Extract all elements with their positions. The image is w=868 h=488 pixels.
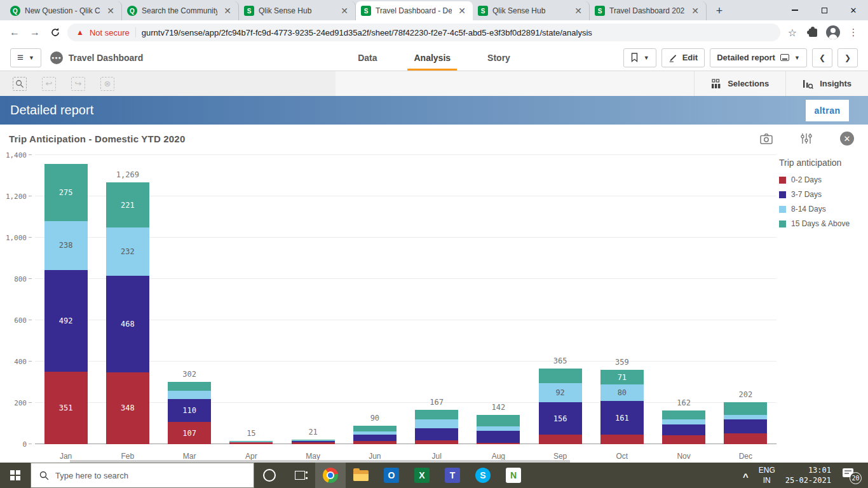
forward-button[interactable]: → [27, 24, 43, 41]
taskbar-teams[interactable] [437, 463, 468, 488]
tab-analysis[interactable]: Analysis [414, 44, 451, 71]
bar-segment[interactable]: 468 [106, 276, 149, 372]
smart-search-button[interactable] [13, 77, 27, 91]
taskbar-search[interactable]: Type here to search [31, 463, 254, 488]
bar-segment[interactable] [415, 440, 458, 445]
bookmarks-button[interactable]: ▼ [623, 48, 656, 67]
tab-story[interactable]: Story [487, 44, 510, 71]
tab-data[interactable]: Data [358, 44, 377, 71]
bar-segment[interactable] [477, 443, 520, 444]
show-hidden-icons-button[interactable]: ^ [743, 471, 749, 482]
bar-segment[interactable]: 71 [600, 370, 644, 384]
bar-segment[interactable] [477, 431, 520, 443]
bar-segment[interactable] [353, 431, 397, 435]
bar-segment[interactable]: 80 [600, 384, 644, 401]
language-indicator[interactable]: ENG IN [759, 465, 775, 485]
tab-close-icon[interactable]: ✕ [105, 6, 116, 16]
bar-segment[interactable] [724, 402, 767, 415]
bar-segment[interactable]: 351 [44, 372, 88, 444]
bar-segment[interactable] [662, 410, 705, 419]
bar-stack[interactable] [662, 410, 705, 444]
taskbar-outlook[interactable] [376, 463, 407, 488]
browser-tab[interactable]: STravel Dashboard - Deta✕ [356, 1, 473, 20]
global-menu-button[interactable]: ≡ ▼ [10, 48, 41, 67]
bar-segment[interactable] [292, 442, 335, 444]
bar-segment[interactable] [477, 415, 520, 426]
bar-segment[interactable] [724, 433, 767, 444]
bar-segment[interactable]: 161 [600, 401, 644, 434]
bar-stack[interactable] [415, 410, 458, 444]
back-button[interactable]: ← [6, 24, 23, 41]
snapshot-button[interactable] [760, 133, 773, 144]
bar-segment[interactable] [229, 442, 273, 442]
sheet-selector[interactable]: Detailed report ▼ [710, 48, 807, 67]
bar-segment[interactable] [353, 435, 397, 441]
bookmark-star-button[interactable]: ☆ [784, 24, 801, 41]
bar-segment[interactable] [662, 435, 705, 444]
bar-segment[interactable] [229, 442, 273, 444]
bar-segment[interactable] [229, 442, 273, 442]
bar-segment[interactable] [292, 440, 335, 440]
bar-segment[interactable]: 110 [168, 399, 211, 422]
task-view-button[interactable] [285, 463, 315, 488]
close-window-button[interactable]: ✕ [839, 0, 868, 20]
legend-item[interactable]: 3-7 Days [779, 190, 864, 199]
bar-segment[interactable]: 232 [106, 227, 149, 275]
extensions-button[interactable] [804, 24, 821, 41]
bar-segment[interactable] [292, 441, 335, 442]
taskbar-file-explorer[interactable] [346, 463, 376, 488]
bar-segment[interactable] [353, 441, 397, 444]
bar-segment[interactable] [168, 382, 211, 391]
bar-stack[interactable] [353, 426, 397, 444]
maximize-button[interactable] [810, 0, 839, 20]
edit-button[interactable]: Edit [661, 48, 705, 67]
bar-segment[interactable] [600, 435, 644, 444]
clock[interactable]: 13:01 25-02-2021 [785, 465, 831, 485]
browser-tab[interactable]: QNew Question - Qlik Co✕ [5, 1, 122, 20]
bar-segment[interactable] [168, 391, 211, 399]
bar-segment[interactable] [539, 369, 582, 383]
bar-segment[interactable] [724, 419, 767, 433]
bar-segment[interactable]: 107 [168, 422, 211, 444]
bar-stack[interactable] [724, 402, 767, 444]
tab-close-icon[interactable]: ✕ [339, 6, 350, 16]
previous-sheet-button[interactable]: ❮ [812, 48, 832, 67]
taskbar-notepad[interactable] [498, 463, 529, 488]
reload-button[interactable] [47, 24, 64, 41]
bar-stack[interactable]: 15692 [539, 369, 582, 444]
profile-button[interactable] [825, 24, 841, 41]
bar-segment[interactable] [415, 410, 458, 419]
bar-segment[interactable]: 92 [539, 383, 582, 402]
bar-segment[interactable]: 492 [44, 270, 88, 372]
browser-tab[interactable]: SQlik Sense Hub✕ [239, 1, 356, 20]
new-tab-button[interactable]: + [710, 2, 728, 20]
taskbar-skype[interactable] [468, 463, 498, 488]
bar-segment[interactable] [415, 428, 458, 440]
browser-tab[interactable]: STravel Dashboard 2021✕ [590, 1, 707, 20]
browser-menu-button[interactable]: ⋮ [845, 24, 862, 41]
url-text[interactable]: gurntv719/sense/app/2fc94b7f-fc9d-4773-9… [142, 28, 592, 37]
next-sheet-button[interactable]: ❯ [837, 48, 858, 67]
cortana-button[interactable] [254, 463, 285, 488]
minimize-button[interactable] [780, 0, 810, 20]
bar-segment[interactable] [724, 415, 767, 419]
bar-segment[interactable] [662, 419, 705, 424]
bar-segment[interactable] [539, 435, 582, 444]
bar-stack[interactable]: 348468232221 [106, 182, 149, 444]
app-name[interactable]: Travel Dashboard [69, 53, 144, 63]
insights-button[interactable]: Insights [785, 71, 868, 96]
start-button[interactable] [0, 463, 31, 488]
tab-close-icon[interactable]: ✕ [689, 6, 701, 16]
bar-stack[interactable]: 1618071 [600, 370, 644, 444]
not-secure-label[interactable]: Not secure [90, 28, 130, 37]
bar-stack[interactable] [292, 440, 335, 444]
bar-segment[interactable]: 238 [44, 221, 88, 270]
browser-tab[interactable]: QSearch the Community✕ [122, 1, 239, 20]
browser-tab[interactable]: SQlik Sense Hub✕ [473, 1, 590, 20]
bar-segment[interactable] [477, 426, 520, 431]
taskbar-excel[interactable] [407, 463, 437, 488]
tab-close-icon[interactable]: ✕ [573, 6, 584, 16]
selections-button[interactable]: Selections [694, 71, 785, 96]
bar-segment[interactable] [353, 426, 397, 431]
legend-item[interactable]: 15 Days & Above [779, 219, 864, 228]
